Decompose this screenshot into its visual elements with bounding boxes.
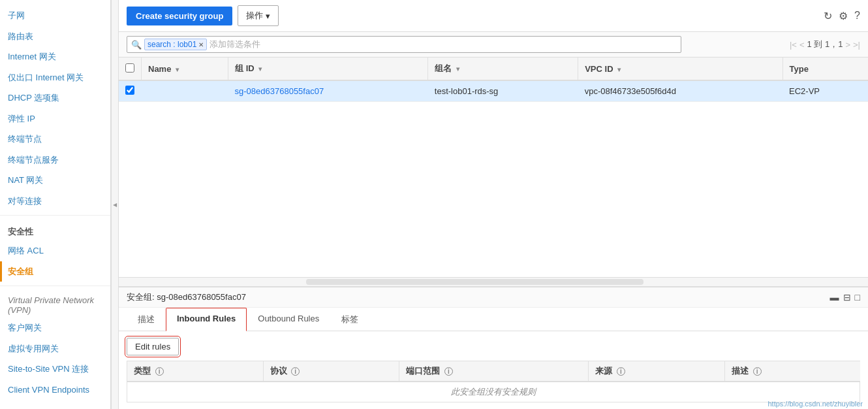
description-info-icon[interactable]: i: [753, 367, 762, 376]
cell-name-0: [142, 80, 228, 102]
sidebar-item-security-group[interactable]: 安全组: [0, 261, 110, 282]
col-type: Type: [783, 57, 868, 80]
tab-tags[interactable]: 标签: [330, 308, 369, 331]
scroll-track: [306, 279, 643, 285]
col-group-name: 组名 ▾: [428, 57, 578, 80]
main-content: Create security group 操作 ▾ ↻ ⚙ ? 🔍 searc…: [119, 0, 868, 409]
security-section-title: 安全性: [0, 220, 110, 240]
rules-col-port-range: 端口范围 i: [399, 361, 589, 382]
search-bar: 🔍 search : lob01 ✕ 添加筛选条件 |< < 1 到 1，1 >…: [119, 32, 868, 57]
sidebar-item-endpoint-service[interactable]: 终端节点服务: [0, 150, 110, 171]
actions-button[interactable]: 操作 ▾: [238, 5, 279, 26]
col-vpc-id: VPC ID ▾: [578, 57, 783, 80]
sidebar-item-nat-gateway[interactable]: NAT 网关: [0, 170, 110, 191]
pagination: |< < 1 到 1，1 > >|: [790, 39, 860, 50]
search-input-wrapper[interactable]: 🔍 search : lob01 ✕ 添加筛选条件: [127, 36, 681, 53]
col-name: Name ▾: [142, 57, 228, 80]
tab-describe[interactable]: 描述: [127, 308, 166, 331]
sidebar-item-peering[interactable]: 对等连接: [0, 191, 110, 212]
cell-type-0: EC2-VP: [783, 80, 868, 102]
panel-header: 安全组: sg-08ed63768055fac07 ▬ ⊟ □: [119, 287, 868, 308]
rules-col-source: 来源 i: [589, 361, 725, 382]
col-group-id: 组 ID ▾: [228, 57, 428, 80]
actions-arrow: ▾: [266, 11, 270, 21]
sidebar-divider-1: [0, 215, 110, 216]
cell-vpc-id-0: vpc-08f46733e505f6d4d: [578, 80, 783, 102]
sidebar-divider-2: [0, 286, 110, 286]
rules-col-description: 描述 i: [724, 361, 860, 382]
edit-rules-button[interactable]: Edit rules: [127, 338, 179, 355]
toolbar: Create security group 操作 ▾ ↻ ⚙ ?: [119, 0, 868, 32]
page-text: 1 到 1，1: [807, 39, 843, 50]
sidebar-item-site-to-site-vpn[interactable]: Site-to-Site VPN 连接: [0, 359, 110, 380]
panel-body: Edit rules 类型 i 协议 i 端口范围 i 来源 i 描述 i 此安…: [119, 331, 868, 409]
panel-sg-id-value: sg-08ed63768055fac07: [157, 292, 246, 302]
search-tag-text: search : lob01: [147, 40, 196, 49]
watermark: https://blog.csdn.net/zhuyibler: [767, 400, 863, 408]
panel-sg-label: 安全组:: [127, 292, 155, 302]
sidebar-item-subnet[interactable]: 子网: [0, 5, 110, 26]
sidebar-item-dhcp[interactable]: DHCP 选项集: [0, 88, 110, 108]
cell-group-name-0: test-lob01-rds-sg: [428, 80, 578, 102]
actions-label: 操作: [246, 10, 263, 22]
panel-controls: ▬ ⊟ □: [830, 292, 860, 303]
rules-col-type: 类型 i: [127, 361, 264, 382]
sidebar-item-client-vpn[interactable]: Client VPN Endpoints: [0, 380, 110, 401]
help-icon[interactable]: ?: [854, 10, 860, 22]
refresh-icon[interactable]: ↻: [824, 10, 832, 22]
type-info-icon[interactable]: i: [155, 367, 164, 376]
page-first-btn[interactable]: |<: [790, 40, 797, 50]
sidebar-item-endpoint-node[interactable]: 终端节点: [0, 129, 110, 150]
groupid-sort-icon: ▾: [258, 65, 262, 73]
security-groups-table: Name ▾ 组 ID ▾ 组名 ▾ VPC ID ▾ Type sg-08ed…: [119, 57, 868, 102]
resize-handle[interactable]: [111, 0, 119, 409]
rules-col-protocol: 协议 i: [263, 361, 399, 382]
cell-group-id-0: sg-08ed63768055fac07: [228, 80, 428, 102]
sidebar-item-client-gateway[interactable]: 客户网关: [0, 318, 110, 338]
source-info-icon[interactable]: i: [617, 367, 625, 376]
name-sort-icon: ▾: [176, 66, 179, 73]
protocol-info-icon[interactable]: i: [291, 367, 300, 376]
tab-outbound[interactable]: Outbound Rules: [247, 308, 330, 331]
portrange-info-icon[interactable]: i: [444, 367, 453, 376]
panel-sg-id: 安全组: sg-08ed63768055fac07: [127, 291, 246, 303]
panel-maximize-icon[interactable]: ▬: [830, 292, 839, 303]
panel-tabs: 描述 Inbound Rules Outbound Rules 标签: [119, 308, 868, 331]
tab-inbound[interactable]: Inbound Rules: [166, 308, 247, 331]
page-last-btn[interactable]: >|: [853, 40, 860, 50]
vpn-section-title: Virtual Private Network (VPN): [0, 290, 110, 318]
groupname-sort-icon: ▾: [456, 65, 459, 73]
vpcid-sort-icon: ▾: [617, 66, 621, 73]
settings-icon[interactable]: ⚙: [839, 10, 848, 22]
rules-table: 类型 i 协议 i 端口范围 i 来源 i 描述 i 此安全组没有安全规则: [127, 361, 860, 402]
sidebar-item-internet-gateway[interactable]: Internet 网关: [0, 46, 110, 67]
sidebar: 子网路由表Internet 网关仅出口 Internet 网关DHCP 选项集弹…: [0, 0, 111, 409]
detail-panel: 安全组: sg-08ed63768055fac07 ▬ ⊟ □ 描述 Inbou…: [119, 286, 868, 409]
page-prev-btn[interactable]: <: [799, 40, 805, 50]
panel-split-icon[interactable]: ⊟: [843, 292, 851, 303]
main-table-container: Name ▾ 组 ID ▾ 组名 ▾ VPC ID ▾ Type sg-08ed…: [119, 57, 868, 277]
panel-minimize-icon[interactable]: □: [855, 292, 860, 303]
page-next-btn[interactable]: >: [845, 40, 850, 50]
search-icon: 🔍: [131, 40, 142, 50]
table-row[interactable]: sg-08ed63768055fac07 test-lob01-rds-sg v…: [119, 80, 868, 102]
search-tag: search : lob01 ✕: [144, 39, 207, 50]
create-security-group-button[interactable]: Create security group: [127, 7, 232, 25]
sidebar-item-route-table[interactable]: 路由表: [0, 26, 110, 47]
toolbar-right: ↻ ⚙ ?: [824, 10, 860, 22]
row-checkbox-cell-0[interactable]: [119, 80, 142, 102]
search-placeholder: 添加筛选条件: [209, 39, 260, 50]
sidebar-item-egress-gateway[interactable]: 仅出口 Internet 网关: [0, 67, 110, 88]
sidebar-item-virtual-private-gateway[interactable]: 虚拟专用网关: [0, 338, 110, 359]
empty-rules-message: 此安全组没有安全规则: [127, 382, 860, 402]
sidebar-item-elastic-ip[interactable]: 弹性 IP: [0, 108, 110, 129]
select-all-checkbox[interactable]: [125, 63, 134, 73]
sidebar-item-network-acl[interactable]: 网络 ACL: [0, 240, 110, 261]
search-tag-close[interactable]: ✕: [198, 41, 204, 48]
horizontal-scrollbar[interactable]: [119, 277, 868, 286]
select-all-header[interactable]: [119, 57, 142, 80]
row-checkbox-0[interactable]: [125, 86, 134, 95]
